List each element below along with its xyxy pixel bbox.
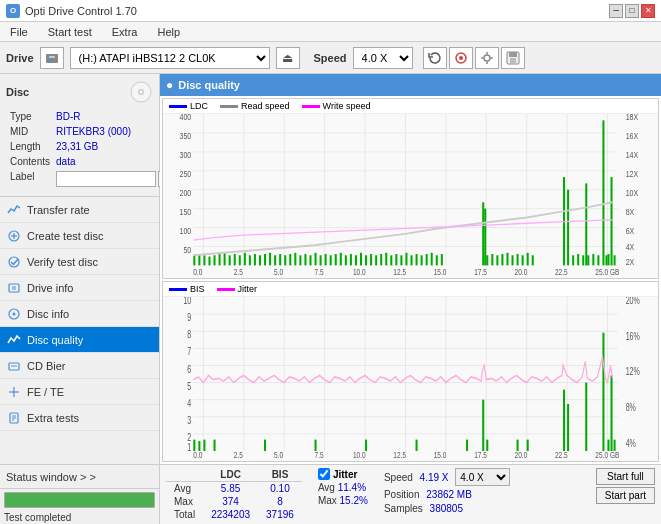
svg-rect-109 (335, 254, 337, 265)
svg-rect-103 (304, 254, 306, 265)
sidebar-item-cd-bier[interactable]: CD Bier (0, 353, 159, 379)
svg-text:15.0: 15.0 (434, 268, 447, 278)
chart1-legend: LDC Read speed Write speed (163, 99, 658, 114)
svg-rect-118 (380, 254, 382, 265)
start-buttons: Start full Start part (596, 468, 655, 504)
svg-text:7.5: 7.5 (315, 450, 325, 460)
disc-title: Disc (6, 86, 29, 98)
svg-point-5 (484, 55, 490, 61)
svg-rect-136 (501, 254, 503, 265)
menu-help[interactable]: Help (151, 24, 186, 40)
speed-value: 4.19 X (420, 472, 449, 483)
sidebar-item-fe-te[interactable]: FE / TE (0, 379, 159, 405)
save-icon[interactable] (501, 47, 525, 69)
total-ldc-value: 2234203 (203, 508, 258, 521)
svg-rect-122 (400, 255, 402, 265)
max-ldc-value: 374 (203, 495, 258, 508)
svg-rect-222 (614, 440, 616, 451)
svg-rect-125 (416, 254, 418, 265)
label-input[interactable] (56, 171, 156, 187)
svg-rect-148 (585, 183, 587, 265)
sidebar-label-verify-test-disc: Verify test disc (27, 256, 98, 268)
svg-rect-84 (208, 257, 210, 266)
svg-rect-89 (234, 254, 236, 265)
sidebar-status-text: Test completed (4, 512, 71, 523)
svg-rect-99 (284, 255, 286, 265)
svg-rect-206 (214, 440, 216, 451)
sidebar-item-disc-info[interactable]: Disc info (0, 301, 159, 327)
close-button[interactable]: ✕ (641, 4, 655, 18)
start-full-button[interactable]: Start full (596, 468, 655, 485)
sidebar-item-disc-quality[interactable]: Disc quality (0, 327, 159, 353)
refresh-icon[interactable] (423, 47, 447, 69)
sidebar-label-disc-info: Disc info (27, 308, 69, 320)
svg-text:10X: 10X (626, 188, 639, 198)
chart1-svg: 400 350 300 250 200 150 100 50 18X 16X 1… (163, 114, 658, 278)
svg-rect-119 (385, 253, 387, 266)
svg-rect-108 (330, 255, 332, 265)
maximize-button[interactable]: □ (625, 4, 639, 18)
sidebar-item-drive-info[interactable]: Drive info (0, 275, 159, 301)
eject-button[interactable]: ⏏ (276, 47, 300, 69)
contents-label: Contents (8, 155, 52, 168)
svg-rect-96 (269, 253, 271, 266)
speed-label: Speed (384, 472, 413, 483)
svg-rect-213 (486, 440, 488, 451)
svg-rect-0 (46, 54, 58, 63)
svg-rect-142 (532, 255, 534, 265)
burn-icon[interactable] (449, 47, 473, 69)
col-empty (166, 468, 203, 482)
svg-text:100: 100 (180, 226, 192, 236)
disc-panel: Disc Type BD-R MID RITEKBR3 (000) Length… (0, 74, 159, 197)
jitter-checkbox[interactable] (318, 468, 330, 480)
label-input-cell (54, 170, 176, 188)
svg-rect-214 (517, 440, 519, 451)
svg-rect-146 (577, 254, 579, 265)
sidebar-item-extra-tests[interactable]: Extra tests (0, 405, 159, 431)
toolbar-icons (423, 47, 525, 69)
speed-select[interactable]: 4.0 X (353, 47, 413, 69)
svg-rect-106 (320, 255, 322, 265)
settings-icon[interactable] (475, 47, 499, 69)
jitter-max-row: Max 15.2% (318, 495, 368, 506)
transfer-rate-icon (6, 202, 22, 218)
menu-file[interactable]: File (4, 24, 34, 40)
menu-extra[interactable]: Extra (106, 24, 144, 40)
svg-rect-90 (239, 255, 241, 265)
main-layout: Disc Type BD-R MID RITEKBR3 (000) Length… (0, 74, 661, 524)
sidebar-item-verify-test-disc[interactable]: Verify test disc (0, 249, 159, 275)
sidebar-menu: Transfer rate Create test disc Verify te… (0, 197, 159, 464)
sidebar-item-create-test-disc[interactable]: Create test disc (0, 223, 159, 249)
menu-start-test[interactable]: Start test (42, 24, 98, 40)
svg-rect-21 (9, 284, 19, 292)
sidebar-progress-fill (5, 493, 154, 507)
sidebar-label-drive-info: Drive info (27, 282, 73, 294)
svg-rect-124 (411, 255, 413, 265)
sidebar-item-transfer-rate[interactable]: Transfer rate (0, 197, 159, 223)
svg-rect-111 (345, 255, 347, 265)
position-label: Position (384, 489, 420, 500)
col-ldc: LDC (203, 468, 258, 482)
disc-info-table: Type BD-R MID RITEKBR3 (000) Length 23,3… (6, 108, 178, 190)
svg-rect-156 (614, 255, 616, 265)
minimize-button[interactable]: ─ (609, 4, 623, 18)
svg-text:150: 150 (180, 207, 192, 217)
svg-text:10.0: 10.0 (353, 450, 366, 460)
jitter-values: Avg 11.4% (318, 482, 368, 493)
jitter-avg-value: 11.4% (338, 482, 366, 493)
start-part-button[interactable]: Start part (596, 487, 655, 504)
speed-select-stats[interactable]: 4.0 X (455, 468, 510, 486)
drive-select[interactable]: (H:) ATAPI iHBS112 2 CL0K (70, 47, 270, 69)
svg-rect-209 (365, 440, 367, 451)
svg-rect-104 (309, 255, 311, 265)
title-bar-controls: ─ □ ✕ (609, 4, 655, 18)
svg-text:50: 50 (183, 245, 191, 255)
svg-rect-217 (567, 404, 569, 451)
svg-rect-219 (602, 333, 604, 451)
svg-rect-87 (224, 253, 226, 266)
jitter-avg-row: Avg 11.4% (318, 482, 366, 493)
status-window-button[interactable]: Status window > > (0, 465, 159, 489)
position-value: 23862 MB (426, 489, 472, 500)
svg-rect-131 (482, 202, 484, 265)
sidebar-label-disc-quality: Disc quality (27, 334, 83, 346)
